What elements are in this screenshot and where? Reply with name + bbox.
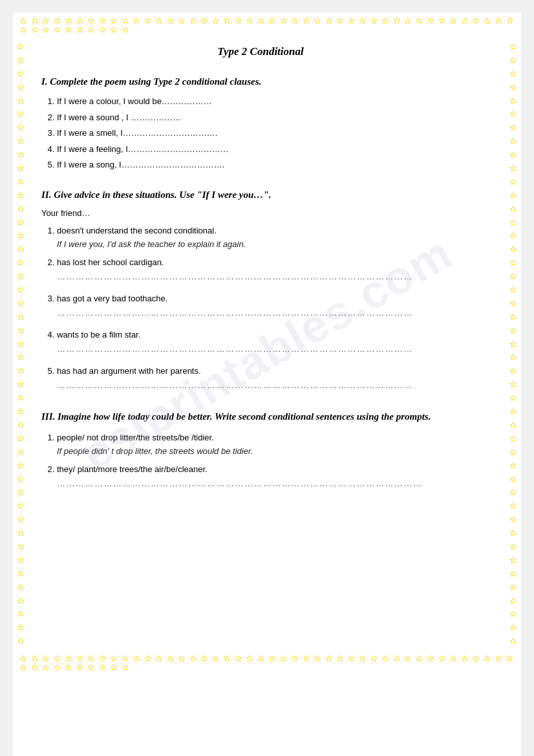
- section-3-title: III. Imagine how life today could be bet…: [41, 410, 480, 424]
- answer-line: ………………………………………………………………………………………………………: [57, 477, 480, 490]
- list-item: wants to be a film star. …………………………………………: [57, 329, 480, 356]
- list-item: If I were a song, I……………………………….: [57, 158, 480, 171]
- answer-line: ……………………………………………………………………………………………………: [57, 270, 480, 283]
- list-item: If I were a feeling, I………………………………: [57, 143, 480, 156]
- answer-line: ……………………………………………………………………………………………………: [57, 379, 480, 392]
- main-content: Type 2 Conditional I. Complete the poem …: [28, 39, 506, 651]
- page-body: ✫✫✫✫✫ ✫✫✫✫✫ ✫✫✫✫✫ ✫✫✫✫✫ ✫✫✫✫✫ ✫✫✫✫✫ ✫✫✫✫…: [13, 39, 521, 651]
- section-3-list: people/ not drop litter/the streets/be /…: [57, 431, 480, 490]
- star-border-left: ✫✫✫✫✫ ✫✫✫✫✫ ✫✫✫✫✫ ✫✫✫✫✫ ✫✫✫✫✫ ✫✫✫✫✫ ✫✫✫✫…: [13, 39, 28, 651]
- list-item: If I were a sound , I ………………: [57, 111, 480, 124]
- list-item: people/ not drop litter/the streets/be /…: [57, 431, 480, 458]
- section-1-list: If I were a colour, I would be……………… If …: [57, 95, 480, 171]
- advice-list: doesn't understand the second conditiona…: [57, 224, 480, 392]
- page-title: Type 2 Conditional: [41, 45, 480, 58]
- section-2-intro: Your friend…: [41, 208, 480, 218]
- star-border-top: ✫ ✫ ✫ ✫ ✫ ✫ ✫ ✫ ✫ ✫ ✫ ✫ ✫ ✫ ✫ ✫ ✫ ✫ ✫ ✫ …: [13, 13, 521, 39]
- section-2-title: II. Give advice in these situations. Use…: [41, 189, 480, 200]
- section-1-title: I. Complete the poem using Type 2 condit…: [41, 76, 480, 87]
- example-answer: If I were you, I'd ask the teacher to ex…: [57, 238, 480, 251]
- section-2: II. Give advice in these situations. Use…: [41, 189, 480, 392]
- worksheet-page: eslprintables.com ✫ ✫ ✫ ✫ ✫ ✫ ✫ ✫ ✫ ✫ ✫ …: [13, 13, 521, 756]
- star-border-right: ✫✫✫✫✫ ✫✫✫✫✫ ✫✫✫✫✫ ✫✫✫✫✫ ✫✫✫✫✫ ✫✫✫✫✫ ✫✫✫✫…: [506, 39, 521, 651]
- answer-line: ……………………………………………………………………………………………………: [57, 343, 480, 356]
- example-answer: If people didn' t drop litter, the stree…: [57, 445, 480, 458]
- star-border-bottom: ✫ ✫ ✫ ✫ ✫ ✫ ✫ ✫ ✫ ✫ ✫ ✫ ✫ ✫ ✫ ✫ ✫ ✫ ✫ ✫ …: [13, 651, 521, 676]
- list-item: has got a very bad toothache. ……………………………: [57, 292, 480, 319]
- list-item: they/ plant/more trees/the air/be/cleane…: [57, 463, 480, 490]
- list-item: If I were a smell, I…………………………….: [57, 127, 480, 140]
- answer-line: ……………………………………………………………………………………………………: [57, 307, 480, 319]
- list-item: doesn't understand the second conditiona…: [57, 224, 480, 251]
- list-item: has had an argument with her parents. ………: [57, 365, 480, 392]
- section-1: I. Complete the poem using Type 2 condit…: [41, 76, 480, 171]
- list-item: If I were a colour, I would be………………: [57, 95, 480, 108]
- list-item: has lost her school cardigan. ……………………………: [57, 256, 480, 283]
- section-3: III. Imagine how life today could be bet…: [41, 410, 480, 490]
